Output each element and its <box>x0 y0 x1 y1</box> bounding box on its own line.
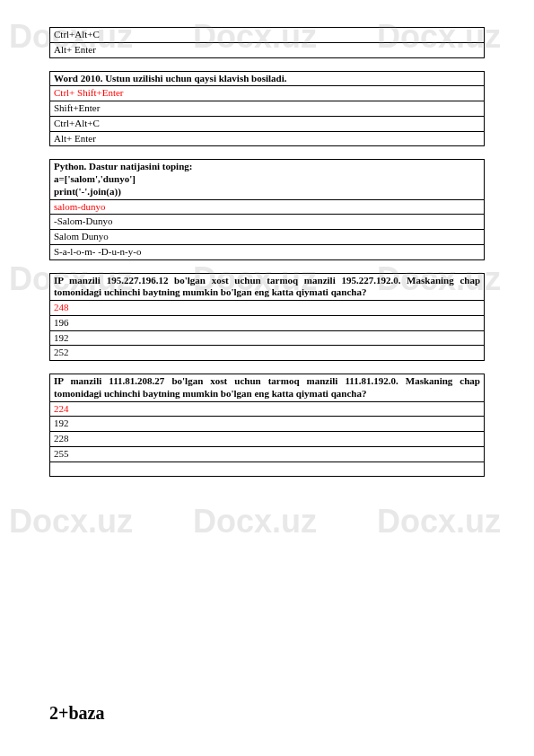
answer-option: S-a-l-o-m- -D-u-n-y-o <box>50 245 484 259</box>
watermark: Docx.uz <box>377 503 501 541</box>
question-text: Word 2010. Ustun uzilishi uchun qaysi kl… <box>50 72 484 87</box>
answer-option-correct: 248 <box>50 301 484 316</box>
question-block: Word 2010. Ustun uzilishi uchun qaysi kl… <box>49 71 485 147</box>
empty-row <box>50 462 484 477</box>
question-block: Python. Dastur natijasini toping: a=['sa… <box>49 159 485 259</box>
answer-option: Salom Dunyo <box>50 230 484 245</box>
answer-option: 192 <box>50 417 484 432</box>
answer-option-correct: 224 <box>50 402 484 418</box>
answer-option: 192 <box>50 331 484 347</box>
question-block: IP manzili 195.227.196.12 bo'lgan xost u… <box>49 273 485 362</box>
answer-option: Alt+ Enter <box>50 43 484 57</box>
answer-option: Alt+ Enter <box>50 132 484 146</box>
watermark: Docx.uz <box>193 503 317 541</box>
answer-option: Shift+Enter <box>50 101 484 117</box>
answer-option: Ctrl+Alt+C <box>50 28 484 43</box>
page-footer-heading: 2+baza <box>49 703 104 724</box>
answer-option: -Salom-Dunyo <box>50 215 484 230</box>
question-text: IP manzili 111.81.208.27 bo'lgan xost uc… <box>50 374 484 402</box>
question-text: Python. Dastur natijasini toping: a=['sa… <box>50 160 484 199</box>
watermark: Docx.uz <box>9 503 133 541</box>
answer-option-correct: salom-dunyo <box>50 200 484 215</box>
answer-option: 255 <box>50 447 484 462</box>
question-block: Ctrl+Alt+C Alt+ Enter <box>49 27 485 58</box>
answer-option-correct: Ctrl+ Shift+Enter <box>50 86 484 101</box>
answer-option: 228 <box>50 432 484 447</box>
question-block: IP manzili 111.81.208.27 bo'lgan xost uc… <box>49 374 485 477</box>
answer-option: Ctrl+Alt+C <box>50 117 484 132</box>
question-text: IP manzili 195.227.196.12 bo'lgan xost u… <box>50 274 484 302</box>
answer-option: 196 <box>50 316 484 331</box>
answer-option: 252 <box>50 346 484 360</box>
